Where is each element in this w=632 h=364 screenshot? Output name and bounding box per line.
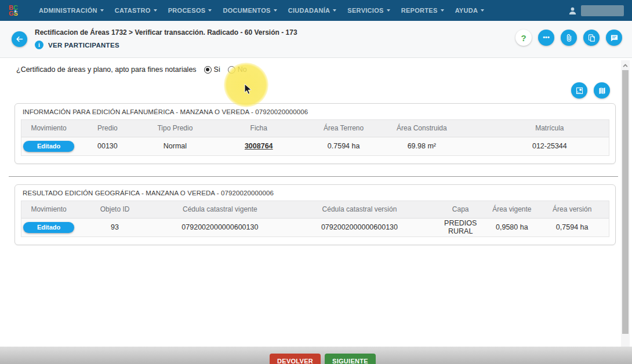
geografica-table: Movimiento Objeto ID Cédula catastral vi… xyxy=(21,201,609,236)
movimiento-badge[interactable]: Editado xyxy=(23,222,74,233)
radio-icon[interactable] xyxy=(228,66,235,74)
chevron-down-icon xyxy=(154,9,157,12)
logo-letter: G xyxy=(9,10,14,17)
menu-servicios[interactable]: SERVICIOS xyxy=(347,7,390,14)
main-content: ¿Certificado de áreas y plano, apto para… xyxy=(0,58,632,364)
column-header: Movimiento xyxy=(21,201,76,218)
chevron-down-icon xyxy=(387,9,390,12)
participants-row: VER PARTICIPANTES xyxy=(35,41,119,49)
menu-label: REPORTES xyxy=(401,7,438,14)
column-header: Área Construida xyxy=(381,120,463,137)
cell-area-construida: 69.98 m² xyxy=(381,137,463,155)
section-divider xyxy=(9,176,618,177)
menu-label: CATASTRO xyxy=(115,7,151,14)
cell-area-vigente: 0,9580 ha xyxy=(488,218,535,236)
cell-movimiento: Editado xyxy=(21,137,76,155)
scroll-up-arrow[interactable] xyxy=(623,63,627,67)
table-header-row: Movimiento Objeto ID Cédula catastral vi… xyxy=(21,201,609,218)
ver-participantes-link[interactable]: VER PARTICIPANTES xyxy=(48,42,119,49)
cell-capa: PREDIOS RURAL xyxy=(433,218,488,236)
back-button[interactable] xyxy=(12,31,27,47)
cell-area-version: 0,7594 ha xyxy=(535,218,609,236)
column-header: Cédula catastral versión xyxy=(286,201,433,218)
table-wrap: Movimiento Predio Tipo Predio Ficha Área… xyxy=(21,119,609,156)
alfanumerica-table: Movimiento Predio Tipo Predio Ficha Área… xyxy=(21,120,609,155)
certificado-question: ¿Certificado de áreas y plano, apto para… xyxy=(16,65,247,74)
breadcrumb: Rectificacion de Áreas 1732 > Verificar … xyxy=(35,28,297,37)
chevron-down-icon xyxy=(441,9,444,12)
table-header-row: Movimiento Predio Tipo Predio Ficha Área… xyxy=(21,120,609,137)
menu-administracion[interactable]: ADMINISTRACIÓN xyxy=(39,7,104,14)
table-row: Editado 00130 Normal 3008764 0.7594 ha 6… xyxy=(21,137,609,155)
menu-reportes[interactable]: REPORTES xyxy=(401,7,444,14)
copy-documents-button[interactable] xyxy=(583,30,600,46)
card-geografica: RESULTADO EDICIÓN GEOGRÁFICA - MANZANA O… xyxy=(14,184,616,245)
cell-objeto-id: 93 xyxy=(76,218,154,236)
table-edit-icon xyxy=(575,86,584,95)
column-header: Capa xyxy=(433,201,488,218)
column-header: Objeto ID xyxy=(76,201,154,218)
comments-icon xyxy=(610,34,619,42)
column-header: Tipo Predio xyxy=(139,120,212,137)
card-title: INFORMACIÓN PARA EDICIÓN ALFANUMÉRICA - … xyxy=(15,104,615,119)
more-options-button[interactable] xyxy=(538,30,554,46)
radio-option-no[interactable]: No xyxy=(228,65,247,74)
movimiento-badge[interactable]: Editado xyxy=(23,141,74,152)
arrow-left-icon xyxy=(15,35,24,43)
radio-option-si[interactable]: Si xyxy=(204,65,220,74)
menu-procesos[interactable]: PROCESOS xyxy=(168,7,212,14)
username-box[interactable] xyxy=(581,5,624,16)
menu-label: DOCUMENTOS xyxy=(223,7,270,14)
menu-documentos[interactable]: DOCUMENTOS xyxy=(223,7,277,14)
card-alfanumerica: INFORMACIÓN PARA EDICIÓN ALFANUMÉRICA - … xyxy=(14,103,616,164)
navbar-user-area xyxy=(568,5,624,16)
user-icon xyxy=(568,6,577,16)
menu-ciudadania[interactable]: CIUDADANÍA xyxy=(288,7,337,14)
chevron-down-icon xyxy=(481,9,484,12)
column-header: Área vigente xyxy=(488,201,535,218)
table-edit-button[interactable] xyxy=(571,82,587,99)
ficha-link[interactable]: 3008764 xyxy=(245,142,273,150)
radio-icon[interactable] xyxy=(204,66,212,74)
cell-predio: 00130 xyxy=(76,137,139,155)
vertical-scrollbar[interactable] xyxy=(621,60,630,355)
help-button[interactable] xyxy=(515,30,532,46)
attachments-button[interactable] xyxy=(561,30,577,46)
column-header: Área versión xyxy=(535,201,609,218)
chevron-down-icon xyxy=(100,9,104,12)
devolver-button[interactable]: DEVOLVER xyxy=(270,354,321,364)
cell-movimiento: Editado xyxy=(21,218,76,236)
cell-area-terreno: 0.7594 ha xyxy=(306,137,381,155)
menu-label: SERVICIOS xyxy=(347,7,383,14)
scrollbar-thumb[interactable] xyxy=(622,70,629,334)
menu-label: CIUDADANÍA xyxy=(288,7,330,14)
column-header: Cédula catastral vigente xyxy=(154,201,286,218)
cell-cedula-vigente: 0792002000000600130 xyxy=(154,218,286,236)
footer-bar: DEVOLVER SIGUIENTE xyxy=(0,347,632,364)
main-menu: ADMINISTRACIÓN CATASTRO PROCESOS DOCUMEN… xyxy=(39,7,484,14)
mouse-cursor-icon xyxy=(244,83,253,95)
question-label: ¿Certificado de áreas y plano, apto para… xyxy=(16,65,197,74)
content-action-icons xyxy=(571,82,610,99)
cell-tipo-predio: Normal xyxy=(139,137,212,155)
app-logo[interactable]: BC GS xyxy=(9,5,24,16)
column-header: Predio xyxy=(76,120,139,137)
map-icon xyxy=(598,86,606,95)
column-header: Movimiento xyxy=(21,120,76,137)
card-title: RESULTADO EDICIÓN GEOGRÁFICA - MANZANA O… xyxy=(15,185,615,201)
menu-label: ADMINISTRACIÓN xyxy=(39,7,97,14)
menu-catastro[interactable]: CATASTRO xyxy=(115,7,157,14)
comments-button[interactable] xyxy=(606,30,622,46)
map-button[interactable] xyxy=(594,82,610,99)
menu-label: AYUDA xyxy=(455,7,478,14)
info-icon[interactable] xyxy=(35,41,43,49)
siguiente-button[interactable]: SIGUIENTE xyxy=(325,354,376,364)
table-row: Editado 93 0792002000000600130 079200200… xyxy=(21,218,609,236)
top-navbar: BC GS ADMINISTRACIÓN CATASTRO PROCESOS D… xyxy=(0,0,632,21)
menu-ayuda[interactable]: AYUDA xyxy=(455,7,485,14)
chevron-down-icon xyxy=(274,9,277,12)
paperclip-icon xyxy=(565,34,573,42)
chevron-down-icon xyxy=(333,9,336,12)
menu-label: PROCESOS xyxy=(168,7,206,14)
column-header: Matrícula xyxy=(463,120,609,137)
